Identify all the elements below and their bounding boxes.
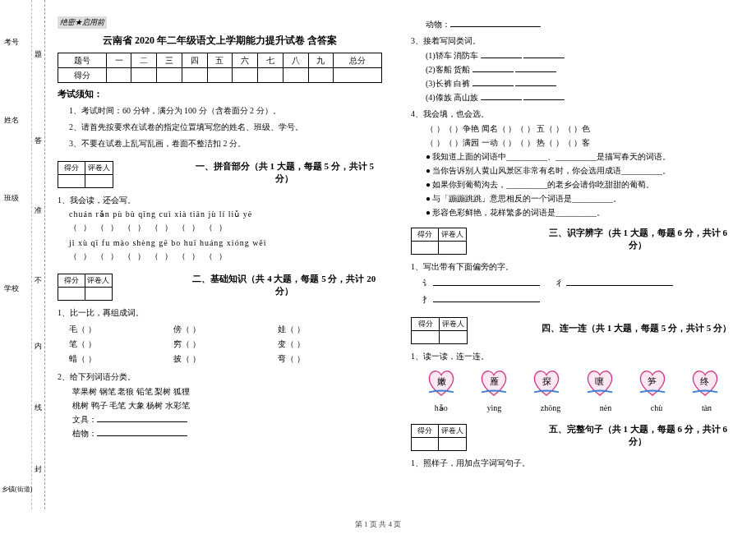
word-list: 苹果树 钢笔 老狼 铅笔 梨树 狐狸 xyxy=(72,386,382,398)
col-label: 七 xyxy=(258,53,284,68)
section-2-title: 二、基础知识（共 4 大题，每题 5 分，共计 20 分） xyxy=(187,273,382,297)
pair-item: 毛（ ） xyxy=(69,322,96,337)
col-label: 八 xyxy=(283,53,308,68)
bullet-text: 我知道上面的词语中__________、__________是描写春天的词语。 xyxy=(432,152,671,161)
score-row-label: 得分 xyxy=(58,68,107,83)
notice-item: 1、考试时间：60 分钟，满分为 100 分（含卷面分 2 分）。 xyxy=(69,105,382,117)
heart-char: 笋 xyxy=(637,375,668,388)
mini-score-cell xyxy=(58,175,85,188)
category-line: 植物： xyxy=(72,428,382,440)
pair-item: 弯（ ） xyxy=(278,352,305,366)
cat-label: 植物： xyxy=(72,429,97,438)
blank-line xyxy=(433,285,540,286)
col-label: 总分 xyxy=(334,53,382,68)
bullet-item: ●与「蹦蹦跳跳」意思相反的一个词语是__________。 xyxy=(426,193,735,205)
q2-prompt-3: 3、接着写同类词。 xyxy=(411,35,735,47)
list-item: (4)傣族 高山族 xyxy=(426,92,735,104)
list-item: (3)长裤 白裤 xyxy=(426,78,735,90)
mini-score-label: 得分 xyxy=(412,318,440,331)
fill-row: （ ）（ ）争艳 闻名（ ）（ ） 五（ ）（ ）色 xyxy=(426,123,735,135)
mini-score-table: 得分评卷人 xyxy=(411,228,467,255)
notice-item: 3、不要在试卷上乱写乱画，卷面不整洁扣 2 分。 xyxy=(69,138,382,150)
pair-item: 变（ ） xyxy=(278,337,305,352)
heart-icon: 雁 xyxy=(478,369,509,397)
mini-score-cell xyxy=(439,438,466,451)
mini-score-table: 得分评卷人 xyxy=(58,161,113,188)
heart-icon: 笋 xyxy=(637,369,668,397)
q4-prompt: 1、读一读，连一连。 xyxy=(411,351,735,362)
q3-prompt: 1、写出带有下面偏旁的字。 xyxy=(411,261,735,273)
radical-char: 讠 xyxy=(422,279,431,288)
bullet-text: 形容色彩鲜艳，花样繁多的词语是__________。 xyxy=(432,208,605,217)
list-item: (2)客船 货船 xyxy=(426,64,735,76)
q2-prompt-4: 4、我会填，也会选。 xyxy=(411,108,735,120)
category-line: 文具： xyxy=(72,414,382,426)
pinyin-row: jì xù qī fu mào shèng gē bo huī huáng xi… xyxy=(69,238,382,247)
score-cell xyxy=(106,68,131,83)
heart-char: 探 xyxy=(531,375,562,388)
mini-score-cell xyxy=(85,288,112,301)
item-text: (3)长裤 白裤 xyxy=(426,79,470,88)
bullet-text: 与「蹦蹦跳跳」意思相反的一个词语是__________。 xyxy=(432,194,621,203)
mini-score-cell xyxy=(412,438,439,451)
pinyin-row: chuán rǎn pù bù qīng cuì xià tiān jù lí … xyxy=(69,209,382,219)
mini-score-cell xyxy=(58,288,85,301)
pinyin-label: chù xyxy=(651,403,662,412)
blank-line xyxy=(515,64,556,72)
notice-item: 2、请首先按要求在试卷的指定位置填写您的姓名、班级、学号。 xyxy=(69,122,382,133)
q2-prompt-2: 2、给下列词语分类。 xyxy=(58,371,382,383)
blank-line xyxy=(97,428,187,436)
mini-score-table: 得分评卷人 xyxy=(58,274,113,301)
heart-icon: 探 xyxy=(531,369,562,397)
q2-prompt-1: 1、比一比，再组成词。 xyxy=(58,307,382,319)
pinyin-label-row: hǎo yìng zhōng nèn chù tàn xyxy=(415,403,731,412)
margin-label-town: 乡镇(街道) xyxy=(2,485,32,494)
item-text: (4)傣族 高山族 xyxy=(426,93,478,102)
heart-icon: 终 xyxy=(689,369,721,397)
radical-char: 彳 xyxy=(556,279,565,288)
mini-score-label: 评卷人 xyxy=(440,318,468,331)
section-5-title: 五、完整句子（共 1 大题，每题 6 分，共计 6 分） xyxy=(541,423,735,448)
pinyin-label: nèn xyxy=(600,403,611,412)
section-1-title: 一、拼音部分（共 1 大题，每题 5 分，共计 5 分） xyxy=(187,160,382,185)
score-cell xyxy=(308,68,334,83)
pinyin-label: tàn xyxy=(702,403,712,412)
blank-line xyxy=(481,50,522,58)
pair-item: 笔（ ） xyxy=(69,337,96,352)
q1-prompt: 1、我会读，还会写。 xyxy=(58,195,382,206)
heart-char: 雁 xyxy=(478,375,509,388)
mini-score-table: 得分评卷人 xyxy=(411,317,468,344)
mini-score-label: 评卷人 xyxy=(439,425,466,438)
q5-prompt: 1、照样子，用加点字词写句子。 xyxy=(411,458,735,469)
page-footer: 第 1 页 共 4 页 xyxy=(0,519,756,530)
cat-label: 文具： xyxy=(72,415,97,424)
left-column: 绝密★启用前 云南省 2020 年二年级语文上学期能力提升试卷 含答案 题号 一… xyxy=(49,0,390,472)
blank-line xyxy=(97,414,187,422)
score-cell xyxy=(258,68,284,83)
blank-line xyxy=(472,64,514,72)
mini-score-cell xyxy=(412,242,439,255)
bullet-item: ●如果你到葡萄沟去，__________的老乡会请你吃甜甜的葡萄。 xyxy=(426,179,735,191)
secret-label: 绝密★启用前 xyxy=(58,16,107,29)
score-cell xyxy=(233,68,258,83)
section-4-title: 四、连一连（共 1 大题，每题 5 分，共计 5 分） xyxy=(542,322,731,334)
bullet-text: 如果你到葡萄沟去，__________的老乡会请你吃甜甜的葡萄。 xyxy=(432,180,654,189)
blank-line xyxy=(566,285,673,286)
blank-line xyxy=(523,50,565,58)
answer-parens: （ ） （ ） （ ） （ ） （ ） （ ） xyxy=(69,222,382,233)
item-text: (2)客船 货船 xyxy=(426,65,470,74)
word-list: 桃树 鸭子 毛笔 大象 杨树 水彩笔 xyxy=(72,400,382,412)
mini-score-label: 评卷人 xyxy=(439,228,466,242)
heart-icon: 嫩 xyxy=(426,369,457,397)
blank-line xyxy=(433,302,540,302)
blank-line xyxy=(515,78,556,86)
mini-score-label: 得分 xyxy=(412,425,439,438)
char-pair-grid: 毛（ ） 笔（ ） 蜡（ ） 傍（ ） 穷（ ） 披（ ） 娃（ ） 变（ ） … xyxy=(69,322,382,366)
pinyin-label: zhōng xyxy=(541,403,560,412)
heart-icon-row: 嫩 雁 探 嚷 笋 终 xyxy=(415,369,731,397)
bullet-item: ●当你告诉别人黄山风景区非常有名时，你会选用成语__________。 xyxy=(426,165,735,177)
score-cell xyxy=(182,68,207,83)
notice-title: 考试须知： xyxy=(58,88,382,100)
heart-char: 嫩 xyxy=(426,375,457,388)
exam-title: 云南省 2020 年二年级语文上学期能力提升试卷 含答案 xyxy=(58,34,382,48)
